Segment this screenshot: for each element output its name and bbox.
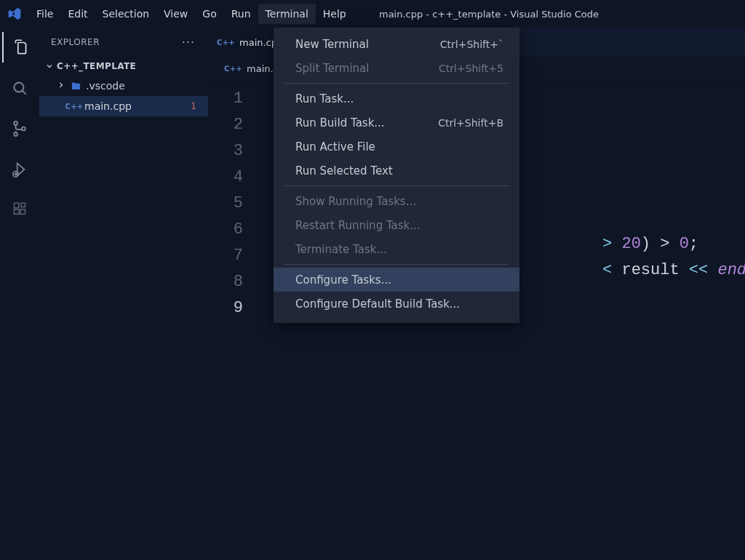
code-token: result <box>621 261 679 279</box>
vscode-logo-icon <box>4 4 25 24</box>
menu-item-label: Run Build Task... <box>295 116 385 129</box>
folder-root[interactable]: C++_TEMPLATE <box>39 57 208 76</box>
menu-item-label: Run Task... <box>295 92 354 105</box>
sidebar-more-icon[interactable]: ··· <box>182 36 195 49</box>
menu-item-label: New Terminal <box>295 38 369 51</box>
line-number: 8 <box>208 269 243 295</box>
menu-run-task[interactable]: Run Task... <box>274 87 519 111</box>
menu-configure-default-build-task[interactable]: Configure Default Build Task... <box>274 292 519 316</box>
svg-point-3 <box>14 132 17 136</box>
menu-bar: File Edit Selection View Go Run Terminal… <box>29 4 354 24</box>
menu-item-label: Split Terminal <box>295 62 369 75</box>
activity-bar <box>0 28 39 560</box>
menu-selection[interactable]: Selection <box>95 4 157 24</box>
menu-go[interactable]: Go <box>195 4 223 24</box>
menu-run[interactable]: Run <box>224 4 258 24</box>
source-control-icon[interactable] <box>2 113 37 144</box>
tree-item-vscode-folder[interactable]: .vscode <box>39 76 208 96</box>
line-number: 6 <box>208 217 243 243</box>
menu-new-terminal[interactable]: New Terminal Ctrl+Shift+` <box>274 32 519 56</box>
keyboard-shortcut: Ctrl+Shift+5 <box>439 63 503 74</box>
menu-separator <box>284 264 509 265</box>
window-title: main.cpp - c++_template - Visual Studio … <box>379 9 599 20</box>
keyboard-shortcut: Ctrl+Shift+B <box>438 117 503 129</box>
menu-show-running-tasks[interactable]: Show Running Tasks... <box>274 189 519 213</box>
tree-item-main-cpp[interactable]: C++ main.cpp 1 <box>39 96 208 116</box>
code-token: < <box>602 261 621 279</box>
sidebar-header: EXPLORER ··· <box>39 28 208 57</box>
menu-item-label: Run Selected Text <box>295 164 393 177</box>
title-bar: File Edit Selection View Go Run Terminal… <box>0 0 745 28</box>
menu-separator <box>284 185 509 186</box>
extensions-icon[interactable] <box>2 195 37 225</box>
menu-run-build-task[interactable]: Run Build Task... Ctrl+Shift+B <box>274 111 519 135</box>
menu-split-terminal[interactable]: Split Terminal Ctrl+Shift+5 <box>274 56 519 80</box>
line-number: 1 <box>208 86 243 112</box>
menu-separator <box>284 83 509 84</box>
menu-configure-tasks[interactable]: Configure Tasks... <box>274 268 519 292</box>
menu-view[interactable]: View <box>156 4 195 24</box>
menu-terminate-task[interactable]: Terminate Task... <box>274 237 519 261</box>
menu-run-active-file[interactable]: Run Active File <box>274 135 519 159</box>
chevron-down-icon <box>45 62 54 71</box>
folder-root-label: C++_TEMPLATE <box>57 61 136 71</box>
sidebar: EXPLORER ··· C++_TEMPLATE .vscode C++ ma… <box>39 28 208 560</box>
svg-point-4 <box>22 127 25 131</box>
cpp-file-icon: C++ <box>68 103 80 111</box>
cpp-file-icon: C++ <box>217 39 235 47</box>
svg-point-0 <box>14 82 23 92</box>
folder-icon <box>70 81 81 92</box>
menu-item-label: Run Active File <box>295 140 375 153</box>
menu-item-label: Configure Tasks... <box>295 273 391 287</box>
terminal-menu-dropdown: New Terminal Ctrl+Shift+` Split Terminal… <box>274 28 519 323</box>
line-number: 7 <box>208 243 243 269</box>
sidebar-title: EXPLORER <box>51 37 100 47</box>
line-number: 9 <box>208 295 243 321</box>
tab-label: main.cp <box>239 37 277 48</box>
line-number: 3 <box>208 138 243 164</box>
search-icon[interactable] <box>2 73 37 103</box>
menu-item-label: Restart Running Task... <box>295 219 421 232</box>
menu-terminal[interactable]: Terminal <box>258 4 316 24</box>
explorer-icon[interactable] <box>2 32 37 63</box>
menu-item-label: Show Running Tasks... <box>295 195 416 208</box>
line-numbers: 1 2 3 4 5 6 7 8 9 <box>208 81 259 560</box>
cpp-file-icon: C++ <box>224 65 242 73</box>
line-number: 2 <box>208 112 243 138</box>
menu-item-label: Terminate Task... <box>295 243 387 256</box>
code-token: endl <box>717 261 745 279</box>
code-token: << <box>680 261 718 279</box>
menu-restart-running-task[interactable]: Restart Running Task... <box>274 213 519 237</box>
line-number: 5 <box>208 191 243 217</box>
menu-file[interactable]: File <box>29 4 60 24</box>
menu-help[interactable]: Help <box>316 4 354 24</box>
main-cpp-label: main.cpp <box>84 100 132 112</box>
debug-icon[interactable] <box>2 154 37 185</box>
svg-line-1 <box>23 91 26 95</box>
problem-badge: 1 <box>191 101 196 111</box>
menu-run-selected-text[interactable]: Run Selected Text <box>274 159 519 183</box>
svg-point-6 <box>15 173 17 175</box>
svg-point-2 <box>14 121 17 125</box>
menu-item-label: Configure Default Build Task... <box>295 297 460 311</box>
keyboard-shortcut: Ctrl+Shift+` <box>440 39 503 50</box>
vscode-folder-label: .vscode <box>86 80 125 92</box>
chevron-right-icon <box>57 80 65 92</box>
menu-edit[interactable]: Edit <box>60 4 95 24</box>
line-number: 4 <box>208 164 243 191</box>
